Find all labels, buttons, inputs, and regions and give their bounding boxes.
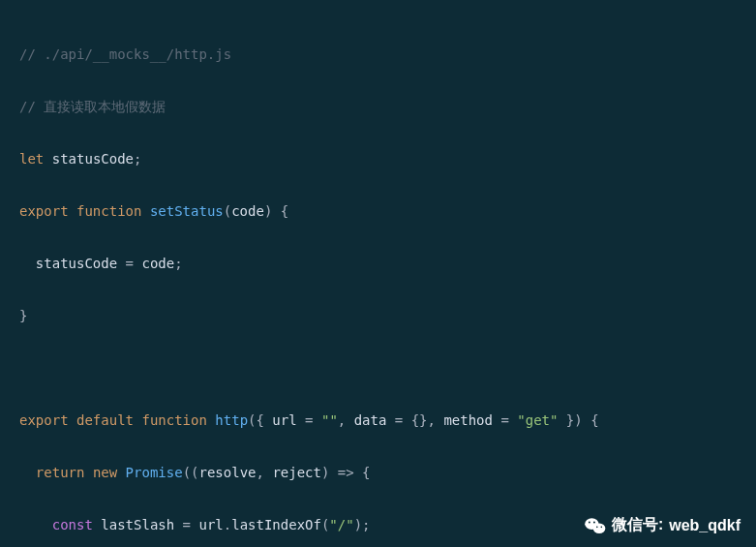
- punct: (: [224, 203, 231, 219]
- punct: ): [354, 517, 362, 532]
- punct: =: [297, 412, 321, 428]
- param-method: method: [443, 412, 493, 428]
- kw-const: const: [52, 517, 93, 532]
- punct: ;: [174, 256, 182, 271]
- code-line: export function setStatus(code) {: [19, 198, 737, 225]
- watermark: 微信号: web_qdkf: [585, 515, 741, 535]
- kw-export: export: [19, 412, 69, 428]
- fn-lastIndexOf: lastIndexOf: [231, 517, 321, 532]
- str-empty: "": [321, 412, 338, 428]
- code-line: export default function http({ url = "",…: [19, 408, 737, 434]
- punct: {: [362, 465, 370, 480]
- punct: {: [590, 412, 598, 428]
- punct: ;: [134, 151, 141, 167]
- code-line: }: [19, 303, 737, 329]
- punct: }: [19, 308, 27, 323]
- fn-setStatus: setStatus: [150, 203, 224, 219]
- punct: ): [264, 203, 272, 219]
- punct: ({: [248, 412, 272, 428]
- watermark-value: web_qdkf: [669, 517, 741, 534]
- kw-let: let: [19, 151, 44, 167]
- cls-Promise: Promise: [126, 465, 183, 480]
- punct: (: [183, 465, 191, 480]
- var-url: url: [198, 517, 223, 532]
- svg-point-2: [589, 521, 590, 523]
- punct: ,: [257, 465, 273, 480]
- code-editor: // ./api/__mocks__/http.js // 直接读取本地假数据 …: [0, 0, 756, 547]
- param-data: data: [354, 412, 387, 428]
- code-line: // 直接读取本地假数据: [19, 94, 737, 120]
- str-slash: "/": [329, 517, 353, 532]
- comment-desc: // 直接读取本地假数据: [19, 99, 166, 114]
- var-statusCode: statusCode: [52, 151, 134, 167]
- punct: {: [281, 203, 288, 219]
- kw-default: default: [76, 412, 134, 428]
- punct: {}: [411, 412, 428, 428]
- code-line: [19, 355, 737, 381]
- str-get: "get": [517, 412, 558, 428]
- var-lastSlash: lastSlash: [101, 517, 174, 532]
- comment-path: // ./api/__mocks__/http.js: [19, 46, 231, 62]
- param-reject: reject: [272, 465, 321, 480]
- param-url: url: [272, 412, 296, 428]
- punct: =: [117, 256, 141, 271]
- punct: =: [493, 412, 517, 428]
- svg-point-1: [593, 523, 606, 532]
- punct: =>: [329, 465, 362, 480]
- punct: =: [386, 412, 410, 428]
- param-code: code: [231, 203, 264, 219]
- var-code: code: [141, 256, 174, 271]
- param-resolve: resolve: [199, 465, 257, 480]
- watermark-label: 微信号:: [612, 515, 663, 535]
- kw-return: return: [36, 465, 85, 480]
- svg-point-5: [600, 526, 602, 528]
- code-line: return new Promise((resolve, reject) => …: [19, 460, 737, 486]
- kw-function: function: [141, 412, 206, 428]
- kw-new: new: [93, 465, 117, 480]
- code-line: // ./api/__mocks__/http.js: [19, 42, 737, 68]
- punct: ,: [338, 412, 354, 428]
- kw-export: export: [19, 203, 69, 219]
- svg-point-3: [593, 521, 595, 523]
- punct: =: [174, 517, 198, 532]
- wechat-icon: [585, 517, 606, 534]
- kw-function: function: [76, 203, 141, 219]
- punct: ,: [428, 412, 444, 428]
- code-line: let statusCode;: [19, 146, 737, 172]
- punct: .: [224, 517, 231, 532]
- svg-point-4: [596, 526, 598, 528]
- punct: (: [191, 465, 198, 480]
- var-statusCode: statusCode: [36, 256, 117, 271]
- code-line: statusCode = code;: [19, 251, 737, 277]
- punct: ;: [362, 517, 370, 532]
- punct: }): [558, 412, 582, 428]
- fn-http: http: [215, 412, 248, 428]
